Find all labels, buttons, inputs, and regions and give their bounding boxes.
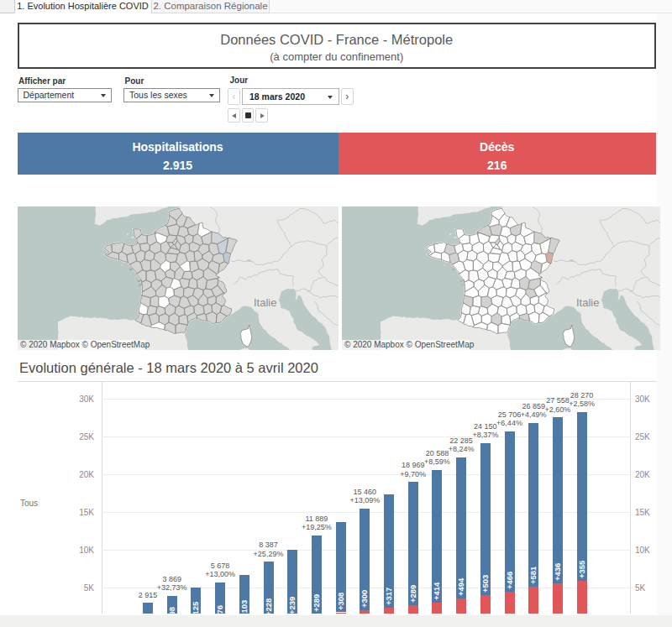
svg-text:Italie: Italie (254, 296, 276, 309)
svg-text:Italie: Italie (576, 296, 599, 309)
